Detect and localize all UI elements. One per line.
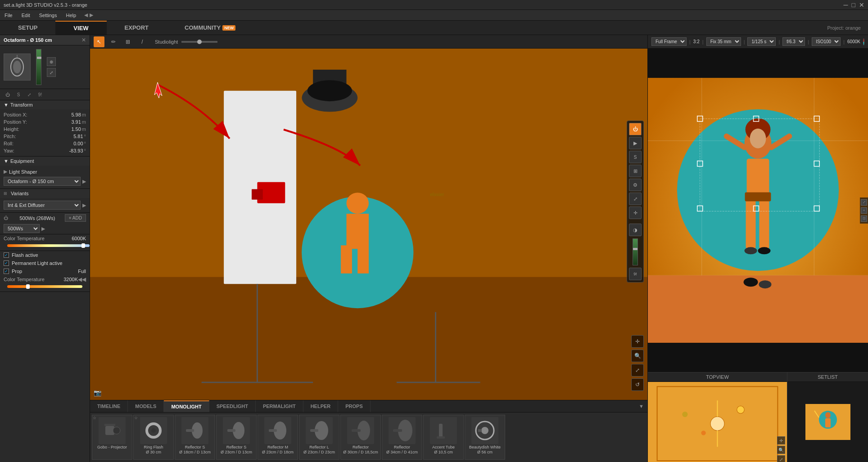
move-icon[interactable]: ⊕	[47, 57, 56, 66]
add-power-button[interactable]: + ADD	[65, 214, 86, 222]
light-shaper-select[interactable]: Octaform - Ø 150 cm	[4, 177, 81, 186]
minimize-button[interactable]: ─	[844, 1, 848, 9]
preview-expand-icon[interactable]: ⤢	[861, 199, 867, 206]
topview-content[interactable]: ✛ 🔍 ⤢	[648, 382, 787, 462]
color-temp2-arrow[interactable]: ◀◀	[78, 276, 86, 283]
select-tool[interactable]: ↖	[94, 36, 104, 47]
tab-export[interactable]: EXPORT	[107, 21, 167, 35]
strip-ring-flash[interactable]: ☆ Ring FlashØ 30 cm	[133, 415, 174, 460]
tab-props[interactable]: PROPS	[338, 400, 371, 412]
brightness-slider[interactable]	[36, 49, 41, 85]
power-select[interactable]: 500Ws	[4, 224, 40, 233]
pitch-value[interactable]: 5.81	[61, 134, 83, 139]
strip-reflector-s1[interactable]: Reflector SØ 18cm / D 13cm	[175, 415, 215, 460]
topview-move-all[interactable]: ✛	[777, 436, 785, 444]
object-title-close[interactable]: ✕	[81, 37, 86, 43]
prop-checkbox[interactable]	[4, 269, 9, 274]
menu-file[interactable]: File	[0, 10, 17, 20]
maximize-button[interactable]: □	[852, 1, 855, 9]
color-wheel[interactable]	[863, 38, 864, 45]
aperture-select[interactable]: f/6.3	[782, 37, 805, 46]
close-button[interactable]: ✕	[859, 1, 864, 9]
paint-tool[interactable]: ✏	[108, 36, 119, 47]
variants-header[interactable]: ⊞ Variants	[0, 189, 90, 198]
brightness-thumb[interactable]	[37, 57, 41, 59]
tab-helper[interactable]: HELPER	[303, 400, 339, 412]
zoom-btn[interactable]: 🔍	[631, 350, 644, 362]
arrows-vp-btn[interactable]: ⤢	[629, 193, 642, 205]
light-shaper-expand[interactable]: ▶	[82, 179, 86, 184]
strip-reflector-2[interactable]: ReflectorØ 34cm / D 41cm	[382, 415, 422, 460]
move-vp-btn[interactable]: ✛	[629, 206, 642, 219]
color-temp-slider[interactable]	[7, 244, 90, 247]
preview-fit-icon[interactable]: ⊡	[861, 215, 867, 222]
variants-expand[interactable]: ▶	[82, 202, 86, 208]
tab-community[interactable]: COMMUNITY NEW	[167, 21, 253, 35]
tab-view[interactable]: VIEW	[55, 21, 106, 35]
camera-icon[interactable]: 📷	[94, 389, 101, 396]
play-vp-btn[interactable]: ▶	[629, 137, 642, 149]
scale-icon[interactable]: ⤢	[47, 68, 56, 77]
color-temp2-slider[interactable]	[7, 285, 82, 288]
strip-accent-tube[interactable]: Accent TubeØ 10,5 cm	[423, 415, 464, 460]
gear-vp-btn[interactable]: ⚙	[629, 179, 642, 191]
grid-tool[interactable]: ⊞	[122, 36, 133, 47]
light-shaper-item[interactable]: ▶ Light Shaper	[0, 167, 90, 176]
grid-vp-btn[interactable]: ⊞	[629, 165, 642, 177]
flash-active-checkbox[interactable]	[4, 252, 9, 258]
flash-active-row[interactable]: Flash active	[0, 251, 90, 259]
equipment-header[interactable]: ▼ Equipment	[0, 157, 90, 166]
roll-value[interactable]: 0.00	[61, 141, 83, 146]
s-vp-btn[interactable]: S	[629, 151, 642, 163]
vp-slider[interactable]	[633, 238, 638, 265]
tab-collapse-arrow[interactable]: ▼	[635, 404, 647, 409]
expand-sub-icon[interactable]: ⤢	[25, 90, 33, 99]
power-vp-btn[interactable]: ⏻	[629, 123, 642, 135]
window-controls[interactable]: ─ □ ✕	[844, 1, 864, 9]
tab-setup[interactable]: SETUP	[0, 21, 55, 35]
strip-gobo-projector[interactable]: ☆ Gobo - Projector	[92, 415, 132, 460]
preview-zoom-icon[interactable]: +	[861, 207, 867, 214]
height-value[interactable]: 1.50	[59, 126, 81, 132]
reset-btn[interactable]: ↺	[631, 378, 644, 391]
menu-help[interactable]: Help	[61, 10, 81, 20]
menu-settings[interactable]: Settings	[35, 10, 62, 20]
studio-light-slider[interactable]	[181, 41, 217, 43]
num-sub-icon[interactable]: 9!	[36, 90, 44, 99]
shutter-select[interactable]: 1/125 s	[747, 37, 776, 46]
s-sub-icon[interactable]: S	[14, 90, 23, 99]
setlist-thumbnail[interactable]	[805, 404, 850, 440]
line-tool[interactable]: /	[137, 36, 148, 47]
yaw-value[interactable]: -83.93	[61, 148, 83, 153]
tab-models[interactable]: MODELS	[128, 400, 164, 412]
tab-timeline[interactable]: TIMELINE	[90, 400, 128, 412]
iso-select[interactable]: ISO100	[812, 37, 841, 46]
strip-beautydish[interactable]: Beautydish WhiteØ 56 cm	[465, 415, 505, 460]
variants-select[interactable]: Int & Ext Diffuser	[4, 201, 81, 210]
position-y-value[interactable]: 3.91	[59, 119, 81, 125]
tab-monolight[interactable]: MONOLIGHT	[164, 400, 209, 412]
vp-slider-thumb[interactable]	[633, 248, 637, 250]
position-x-value[interactable]: 5.98	[59, 112, 81, 117]
tab-permalight[interactable]: PERMALIGHT	[256, 400, 303, 412]
permanent-light-checkbox[interactable]	[4, 260, 9, 266]
topview-fit[interactable]: ⤢	[777, 455, 785, 462]
num-vp-btn[interactable]: 9!	[629, 268, 642, 280]
viewport[interactable]: elixxier ⏻ ▶ S ⊞ ⚙ ⤢	[90, 49, 647, 400]
fit-btn[interactable]: ⤢	[631, 364, 644, 377]
item-star-icon[interactable]: ☆	[93, 416, 96, 420]
focal-select[interactable]: Fix 35 mm	[706, 37, 741, 46]
strip-reflector-l[interactable]: Reflector LØ 23cm / D 23cm	[299, 415, 339, 460]
color-temp2-thumb[interactable]	[26, 284, 30, 289]
topview-zoom[interactable]: 🔍	[777, 446, 785, 454]
strip-reflector-m[interactable]: Reflector MØ 23cm / D 18cm	[258, 415, 298, 460]
contrast-vp-btn[interactable]: ◑	[629, 224, 642, 236]
frame-select[interactable]: Full Frame	[651, 37, 687, 46]
power-sub-icon[interactable]: ⏻	[4, 90, 12, 99]
item-star-icon[interactable]: ☆	[134, 416, 138, 420]
strip-reflector-s2[interactable]: Reflector SØ 23cm / D 13cm	[216, 415, 257, 460]
menu-edit[interactable]: Edit	[17, 10, 35, 20]
strip-reflector-1[interactable]: ReflectorØ 30cm / D 18,5cm	[340, 415, 381, 460]
color-temp-thumb[interactable]	[81, 243, 85, 248]
transform-header[interactable]: ▼ Transform	[0, 100, 90, 109]
